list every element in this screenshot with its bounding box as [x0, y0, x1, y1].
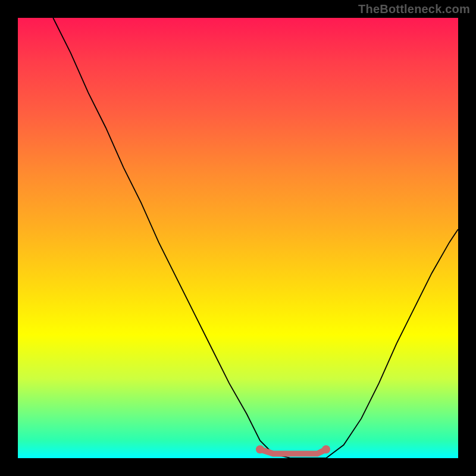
marker-dot — [322, 445, 330, 453]
watermark-label: TheBottleneck.com — [358, 2, 470, 16]
marker-stroke — [260, 449, 326, 453]
plot-area — [18, 18, 458, 458]
curve-svg — [18, 18, 458, 458]
marker-dot — [256, 445, 264, 453]
chart-frame: TheBottleneck.com — [0, 0, 476, 476]
marker-points — [256, 445, 330, 453]
bottleneck-curve — [53, 18, 458, 458]
